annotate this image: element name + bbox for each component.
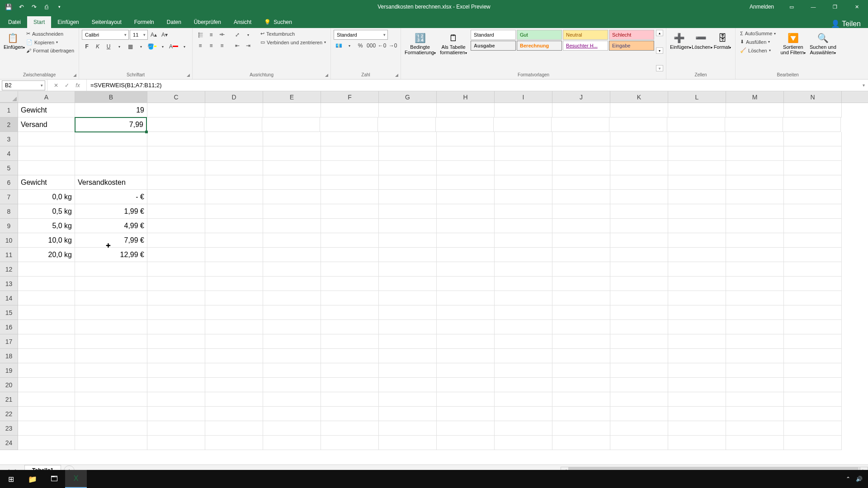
cell-A20[interactable]: [18, 378, 75, 392]
cell-M17[interactable]: [726, 334, 784, 349]
col-header-F[interactable]: F: [321, 91, 379, 103]
cell-H12[interactable]: [437, 262, 495, 277]
cell-D2[interactable]: [204, 117, 262, 132]
row-header-21[interactable]: 21: [0, 392, 18, 407]
cell-H11[interactable]: [437, 248, 495, 262]
cell-L14[interactable]: [668, 291, 726, 305]
cell-K2[interactable]: [609, 117, 667, 132]
cell-F21[interactable]: [321, 392, 379, 407]
styles-scroll[interactable]: ▴▾▿: [656, 30, 663, 71]
style-eingabe[interactable]: Eingabe: [609, 41, 654, 51]
cell-A13[interactable]: [18, 277, 75, 291]
cell-J24[interactable]: [552, 436, 610, 450]
cell-D6[interactable]: [205, 175, 263, 190]
cell-D19[interactable]: [205, 363, 263, 378]
style-berechnung[interactable]: Berechnung: [517, 41, 562, 51]
cell-E22[interactable]: [263, 407, 321, 421]
cell-N19[interactable]: [784, 363, 842, 378]
col-header-C[interactable]: C: [147, 91, 205, 103]
cell-B15[interactable]: [75, 305, 147, 320]
cell-D5[interactable]: [205, 161, 263, 175]
cell-D15[interactable]: [205, 305, 263, 320]
cell-F5[interactable]: [321, 161, 379, 175]
align-center-icon[interactable]: ≡: [206, 41, 216, 51]
cell-B2[interactable]: 7,99: [75, 117, 147, 132]
tab-data[interactable]: Daten: [160, 16, 188, 28]
row-header-11[interactable]: 11: [0, 248, 18, 262]
cell-J22[interactable]: [552, 407, 610, 421]
row-header-9[interactable]: 9: [0, 219, 18, 233]
row-header-18[interactable]: 18: [0, 349, 18, 363]
cell-G2[interactable]: [378, 117, 436, 132]
cell-L15[interactable]: [668, 305, 726, 320]
row-header-20[interactable]: 20: [0, 378, 18, 392]
undo-icon[interactable]: ↶: [16, 2, 26, 12]
cell-C15[interactable]: [147, 305, 205, 320]
cell-C16[interactable]: [147, 320, 205, 334]
cell-G6[interactable]: [379, 175, 437, 190]
tray-chevron-icon[interactable]: ⌃: [846, 476, 850, 482]
cell-K14[interactable]: [610, 291, 668, 305]
cell-M22[interactable]: [726, 407, 784, 421]
cell-F1[interactable]: [321, 103, 379, 117]
delete-cells-button[interactable]: ➖Löschen▾: [691, 30, 711, 71]
tab-review[interactable]: Überprüfen: [188, 16, 227, 28]
cell-D13[interactable]: [205, 277, 263, 291]
cell-I17[interactable]: [495, 334, 552, 349]
merge-center-button[interactable]: ▭Verbinden und zentrieren▾: [259, 38, 328, 46]
name-box[interactable]: B2: [2, 80, 45, 90]
tab-view[interactable]: Ansicht: [227, 16, 258, 28]
col-header-M[interactable]: M: [726, 91, 784, 103]
cell-I1[interactable]: [495, 103, 552, 117]
cell-H23[interactable]: [437, 421, 495, 436]
cell-B11[interactable]: 12,99 €: [75, 248, 147, 262]
redo-icon[interactable]: ↷: [29, 2, 39, 12]
cell-C14[interactable]: [147, 291, 205, 305]
cell-H10[interactable]: [437, 233, 495, 248]
cell-A16[interactable]: [18, 320, 75, 334]
borders-more-icon[interactable]: ▾: [136, 42, 146, 52]
cell-N5[interactable]: [784, 161, 842, 175]
cell-B12[interactable]: [75, 262, 147, 277]
cell-F10[interactable]: [321, 233, 379, 248]
cell-L5[interactable]: [668, 161, 726, 175]
cell-F13[interactable]: [321, 277, 379, 291]
cell-L4[interactable]: [668, 146, 726, 161]
cell-D9[interactable]: [205, 219, 263, 233]
decrease-font-icon[interactable]: A▾: [160, 30, 170, 40]
cell-B23[interactable]: [75, 421, 147, 436]
cell-K19[interactable]: [610, 363, 668, 378]
cell-E19[interactable]: [263, 363, 321, 378]
cell-H5[interactable]: [437, 161, 495, 175]
cell-E6[interactable]: [263, 175, 321, 190]
cell-I19[interactable]: [495, 363, 552, 378]
cell-K6[interactable]: [610, 175, 668, 190]
cell-A12[interactable]: [18, 262, 75, 277]
row-header-6[interactable]: 6: [0, 175, 18, 190]
cell-F2[interactable]: [320, 117, 378, 132]
cell-B10[interactable]: 7,99 €: [75, 233, 147, 248]
cell-B4[interactable]: [75, 146, 147, 161]
cell-F3[interactable]: [321, 132, 379, 146]
cell-L19[interactable]: [668, 363, 726, 378]
cell-H16[interactable]: [437, 320, 495, 334]
cell-F15[interactable]: [321, 305, 379, 320]
cell-I18[interactable]: [495, 349, 552, 363]
cell-J3[interactable]: [552, 132, 610, 146]
copy-button[interactable]: 📄Kopieren▾: [24, 38, 76, 46]
cell-F8[interactable]: [321, 204, 379, 219]
cell-G12[interactable]: [379, 262, 437, 277]
cell-L13[interactable]: [668, 277, 726, 291]
close-button[interactable]: ✕: [846, 0, 867, 14]
cell-B21[interactable]: [75, 392, 147, 407]
cell-C9[interactable]: [147, 219, 205, 233]
cell-H4[interactable]: [437, 146, 495, 161]
cell-C7[interactable]: [147, 190, 205, 204]
cell-H19[interactable]: [437, 363, 495, 378]
col-header-L[interactable]: L: [668, 91, 726, 103]
cell-L22[interactable]: [668, 407, 726, 421]
cell-M1[interactable]: [726, 103, 784, 117]
cell-J9[interactable]: [552, 219, 610, 233]
maximize-button[interactable]: ❐: [825, 0, 845, 14]
tab-file[interactable]: Datei: [2, 16, 27, 28]
